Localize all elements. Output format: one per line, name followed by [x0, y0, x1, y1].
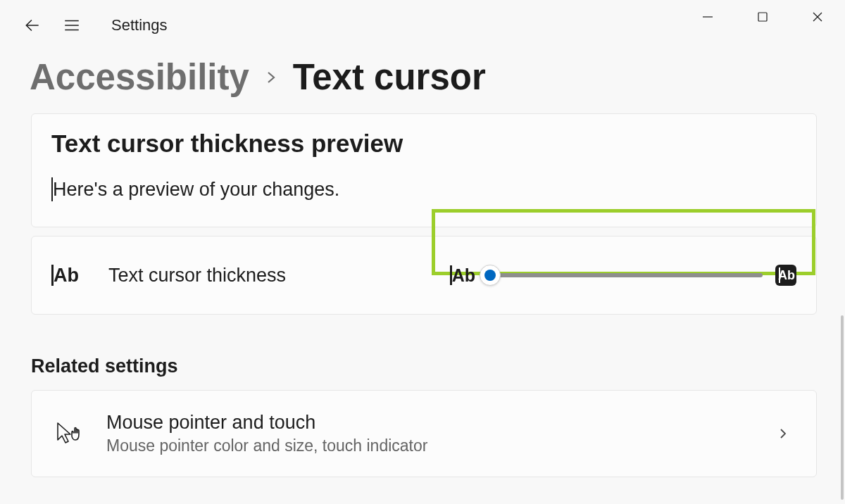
breadcrumb-parent[interactable]: Accessibility: [30, 56, 249, 98]
breadcrumb: Accessibility Text cursor: [0, 56, 845, 98]
thickness-slider-area: Ab Ab: [446, 242, 801, 308]
maximize-button[interactable]: [735, 0, 790, 37]
preview-sample-text: Here's a preview of your changes.: [53, 179, 339, 201]
thickness-preview-card: Text cursor thickness preview Here's a p…: [31, 113, 817, 227]
mouse-pointer-icon: [51, 420, 85, 447]
titlebar: Settings: [0, 0, 845, 51]
preview-heading: Text cursor thickness preview: [51, 130, 796, 158]
slider-thumb[interactable]: [480, 265, 501, 286]
scrollbar[interactable]: [841, 315, 844, 500]
chevron-right-icon: [265, 67, 277, 88]
close-icon: [811, 11, 824, 23]
related-settings-heading: Related settings: [31, 355, 817, 377]
preview-sample: Here's a preview of your changes.: [51, 177, 796, 201]
breadcrumb-current: Text cursor: [293, 56, 486, 98]
related-item-title: Mouse pointer and touch: [106, 412, 778, 434]
thickness-slider[interactable]: [488, 273, 763, 277]
thickness-slider-card: Ab Text cursor thickness Ab Ab: [31, 236, 817, 315]
chevron-right-icon: [778, 425, 788, 442]
app-title: Settings: [111, 16, 168, 34]
arrow-left-icon: [23, 16, 42, 34]
window-controls: [680, 0, 845, 37]
cursor-thin-icon: Ab: [51, 265, 79, 286]
back-button[interactable]: [13, 6, 52, 45]
slider-thin-icon: Ab: [450, 265, 475, 286]
maximize-icon: [757, 11, 768, 23]
minimize-icon: [701, 11, 714, 23]
svg-rect-5: [758, 13, 767, 21]
related-mouse-pointer[interactable]: Mouse pointer and touch Mouse pointer co…: [31, 390, 817, 477]
thickness-label: Text cursor thickness: [108, 265, 446, 286]
slider-thick-icon: Ab: [775, 265, 796, 286]
related-item-subtitle: Mouse pointer color and size, touch indi…: [106, 436, 778, 455]
minimize-button[interactable]: [680, 0, 735, 37]
close-button[interactable]: [790, 0, 845, 37]
hamburger-icon: [63, 16, 81, 34]
menu-button[interactable]: [52, 6, 92, 45]
